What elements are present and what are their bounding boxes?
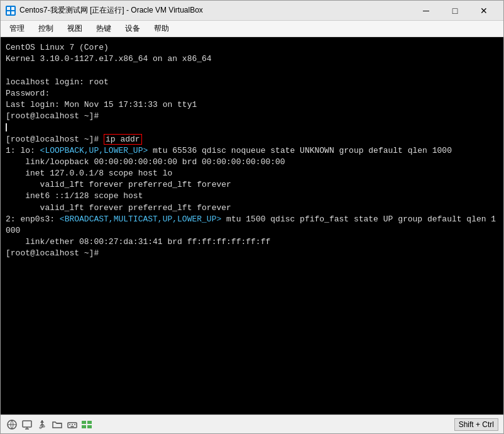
line-7: [root@localhost ~]#: [6, 111, 498, 122]
svg-rect-24: [87, 425, 92, 428]
minimize-button[interactable]: ─: [412, 1, 441, 21]
title-bar: Centos7-我爱测试网 [正在运行] - Oracle VM Virtual…: [1, 1, 503, 21]
close-button[interactable]: ✕: [469, 1, 498, 21]
line-lo: 1: lo: <LOOPBACK,UP,LOWER_UP> mtu 65536 …: [6, 145, 498, 157]
line-4: localhost login: root: [6, 77, 498, 88]
svg-marker-10: [40, 420, 44, 423]
app-icon: [6, 6, 16, 16]
line-5: Password:: [6, 88, 498, 99]
usb-icon: [36, 418, 48, 431]
svg-rect-1: [11, 7, 14, 10]
line-1: CentOS Linux 7 (Core): [6, 42, 498, 53]
line-lo-vlft1: valid_lft forever preferred_lft forever: [6, 179, 498, 191]
restore-button[interactable]: □: [441, 1, 469, 21]
shared-folder-icon: [51, 418, 63, 431]
keyboard-icon: [66, 418, 79, 431]
display-icon: [21, 418, 33, 431]
window-controls: ─ □ ✕: [412, 1, 498, 21]
line-2: Kernel 3.10.0-1127.el7.x86_64 on an x86_…: [6, 53, 498, 65]
svg-rect-23: [82, 425, 86, 428]
svg-rect-3: [11, 11, 14, 14]
svg-rect-6: [23, 421, 31, 427]
line-enp-cont: 000: [6, 225, 498, 236]
line-cmd: [root@localhost ~]# ip addr: [6, 134, 498, 145]
line-6: Last login: Mon Nov 15 17:31:33 on tty1: [6, 99, 498, 111]
svg-rect-14: [43, 426, 45, 427]
window-title: Centos7-我爱测试网 [正在运行] - Oracle VM Virtual…: [19, 5, 408, 16]
svg-rect-21: [82, 421, 86, 424]
line-8: [6, 122, 498, 133]
virtualbox-window: Centos7-我爱测试网 [正在运行] - Oracle VM Virtual…: [0, 0, 504, 434]
line-lo-link: link/loopback 00:00:00:00:00:00 brd 00:0…: [6, 157, 498, 168]
terminal-container[interactable]: CentOS Linux 7 (Core) Kernel 3.10.0-1127…: [1, 37, 503, 415]
shortcut-label: Shift + Ctrl: [454, 418, 498, 431]
menu-bar: 管理 控制 视图 热键 设备 帮助: [1, 21, 503, 37]
svg-rect-13: [40, 427, 41, 428]
svg-rect-22: [87, 421, 92, 424]
menu-control[interactable]: 控制: [32, 21, 60, 36]
line-prompt-end: [root@localhost ~]#: [6, 248, 498, 259]
cmd-highlight-box: ip addr: [104, 134, 142, 145]
svg-rect-0: [7, 7, 10, 10]
menu-devices[interactable]: 设备: [119, 21, 146, 36]
status-bar: Shift + Ctrl: [1, 415, 503, 433]
loopback-flags: <LOOPBACK,UP,LOWER_UP>: [40, 146, 148, 155]
terminal[interactable]: CentOS Linux 7 (Core) Kernel 3.10.0-1127…: [1, 37, 503, 415]
svg-rect-2: [7, 11, 10, 14]
line-lo-inet6: inet6 ::1/128 scope host: [6, 191, 498, 202]
line-enp: 2: enp0s3: <BROADCAST,MULTICAST,UP,LOWER…: [6, 214, 498, 225]
broadcast-flags: <BROADCAST,MULTICAST,UP,LOWER_UP>: [60, 214, 221, 224]
line-lo-vlft2: valid_lft forever preferred_lft forever: [6, 203, 498, 214]
line-3: [6, 65, 498, 76]
line-lo-inet: inet 127.0.0.1/8 scope host lo: [6, 168, 498, 179]
menu-view[interactable]: 视图: [61, 21, 89, 36]
status-icons: [6, 418, 94, 431]
network-icon: [6, 418, 18, 431]
squares-icon: [81, 418, 94, 431]
menu-hotkeys[interactable]: 热键: [90, 21, 118, 36]
menu-manage[interactable]: 管理: [3, 21, 31, 36]
menu-help[interactable]: 帮助: [148, 21, 175, 36]
line-enp-link: link/ether 08:00:27:da:31:41 brd ff:ff:f…: [6, 236, 498, 248]
